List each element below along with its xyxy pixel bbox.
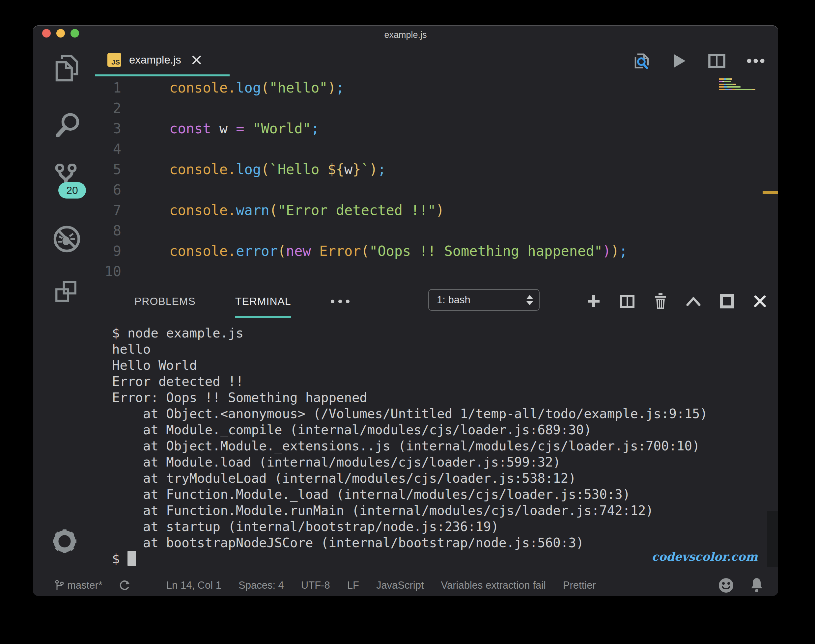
- explorer-icon[interactable]: [53, 53, 81, 82]
- code-line[interactable]: 2: [95, 98, 778, 118]
- terminal-line: at Function.Module._load (internal/modul…: [112, 486, 778, 503]
- terminal-prompt: $: [112, 552, 128, 566]
- extensions-icon[interactable]: [53, 278, 79, 305]
- search-icon[interactable]: [53, 110, 82, 140]
- status-item-ln-14-col-1[interactable]: Ln 14, Col 1: [166, 580, 221, 591]
- feedback-smiley-icon[interactable]: [718, 578, 734, 593]
- line-number: 4: [95, 139, 121, 159]
- code-line[interactable]: 9console.error(new Error("Oops !! Someth…: [95, 241, 778, 261]
- tab-label: example.js: [129, 54, 181, 66]
- code-line[interactable]: 1console.log("hello");: [95, 78, 778, 98]
- line-number: 2: [95, 98, 121, 118]
- git-branch-status[interactable]: master*: [54, 580, 103, 591]
- traffic-lights: [42, 29, 79, 38]
- close-window-button[interactable]: [42, 29, 51, 38]
- zoom-window-button[interactable]: [71, 29, 79, 38]
- terminal-line: $ node example.js: [112, 325, 778, 341]
- line-number: 10: [95, 261, 121, 282]
- settings-gear-icon[interactable]: [53, 529, 77, 553]
- terminal-line: at Module.load (internal/modules/cjs/loa…: [112, 454, 778, 470]
- line-number: 9: [95, 241, 121, 261]
- tab-close-icon[interactable]: [191, 54, 202, 66]
- tab-bar: JS example.js: [95, 45, 778, 77]
- notifications-bell-icon[interactable]: [750, 578, 764, 593]
- source-control-badge: 20: [58, 182, 86, 199]
- status-item-spaces-4[interactable]: Spaces: 4: [238, 580, 284, 591]
- code-line[interactable]: 3const w = "World";: [95, 118, 778, 139]
- terminal-line: Error detected !!: [112, 373, 778, 389]
- minimap-line: [719, 84, 736, 85]
- code-text: const w = "World";: [169, 118, 319, 139]
- terminal-selector-value: 1: bash: [437, 294, 471, 306]
- minimap-line: [719, 89, 755, 90]
- terminal-cursor: [128, 551, 136, 566]
- status-item-javascript[interactable]: JavaScript: [376, 580, 424, 591]
- line-number: 7: [95, 200, 121, 221]
- terminal-line: Hello World: [112, 357, 778, 373]
- panel-tab-terminal[interactable]: TERMINAL: [235, 282, 291, 321]
- more-actions-icon[interactable]: [746, 58, 765, 64]
- terminal-line: at tryModuleLoad (internal/modules/cjs/l…: [112, 470, 778, 486]
- status-item-variables-extraction-fail[interactable]: Variables extraction fail: [441, 580, 546, 591]
- new-terminal-icon[interactable]: [586, 294, 601, 308]
- run-play-icon[interactable]: [671, 53, 687, 69]
- tab-example-js[interactable]: JS example.js: [95, 45, 230, 77]
- minimap[interactable]: [719, 78, 757, 92]
- code-text: console.log(`Hello ${w}`);: [169, 159, 386, 180]
- code-editor[interactable]: 1console.log("hello");23const w = "World…: [95, 77, 778, 282]
- terminal-line: Error: Oops !! Something happened: [112, 389, 778, 406]
- terminal[interactable]: $ node example.jshelloHello WorldError d…: [95, 321, 778, 575]
- minimap-line: [719, 86, 741, 87]
- line-number: 1: [95, 78, 121, 98]
- code-text: console.warn("Error detected !!"): [169, 200, 444, 221]
- minimize-window-button[interactable]: [56, 29, 65, 38]
- code-line[interactable]: 10: [95, 261, 778, 282]
- code-line[interactable]: 8: [95, 221, 778, 241]
- line-number: 6: [95, 180, 121, 200]
- activity-bar: 20: [33, 45, 95, 575]
- minimap-line: [719, 78, 732, 80]
- status-item-lf[interactable]: LF: [347, 580, 359, 591]
- source-control-icon[interactable]: [53, 164, 79, 185]
- sync-icon[interactable]: [118, 579, 131, 592]
- panel-tab-problems[interactable]: PROBLEMS: [134, 282, 196, 321]
- git-branch-label: master*: [67, 580, 103, 591]
- code-line[interactable]: 7console.warn("Error detected !!"): [95, 200, 778, 221]
- terminal-line: at Object.Module._extensions..js (intern…: [112, 438, 778, 454]
- terminal-line: at Function.Module.runMain (internal/mod…: [112, 503, 778, 518]
- select-arrows-icon: [526, 295, 533, 305]
- debug-disabled-icon[interactable]: [53, 225, 81, 253]
- kill-terminal-trash-icon[interactable]: [654, 293, 667, 309]
- watermark: codevscolor.com: [652, 549, 758, 565]
- terminal-line: at Object.<anonymous> (/Volumes/Untitled…: [112, 406, 778, 422]
- javascript-file-icon: JS: [108, 53, 121, 67]
- terminal-scrollbar[interactable]: [767, 511, 778, 567]
- toggle-panel-icon[interactable]: [720, 294, 735, 308]
- code-line[interactable]: 5console.log(`Hello ${w}`);: [95, 159, 778, 180]
- panel-more-icon[interactable]: [331, 300, 349, 303]
- code-text: console.error(new Error("Oops !! Somethi…: [169, 241, 627, 261]
- maximize-panel-chevron-icon[interactable]: [686, 296, 701, 306]
- line-number: 5: [95, 159, 121, 180]
- terminal-selector[interactable]: 1: bash: [428, 289, 540, 311]
- terminal-line: at Module._compile (internal/modules/cjs…: [112, 422, 778, 438]
- status-bar: master* Ln 14, Col 1Spaces: 4UTF-8LFJava…: [33, 575, 778, 596]
- line-number: 3: [95, 118, 121, 139]
- code-line[interactable]: 6: [95, 180, 778, 200]
- line-number: 8: [95, 221, 121, 241]
- close-panel-icon[interactable]: [753, 294, 767, 308]
- titlebar: example.js: [33, 25, 778, 45]
- code-text: console.log("hello");: [169, 78, 344, 98]
- vscode-window: example.js: [33, 25, 778, 596]
- status-item-utf-8[interactable]: UTF-8: [301, 580, 330, 591]
- status-item-prettier[interactable]: Prettier: [563, 580, 596, 591]
- panel-header: PROBLEMSTERMINAL 1: bash: [95, 282, 778, 321]
- open-preview-icon[interactable]: [632, 52, 651, 70]
- split-editor-icon[interactable]: [707, 53, 726, 69]
- split-terminal-icon[interactable]: [619, 294, 635, 308]
- minimap-line: [719, 81, 730, 82]
- overview-ruler-marker: [763, 191, 778, 194]
- terminal-line: hello: [112, 341, 778, 357]
- terminal-line: at startup (internal/bootstrap/node.js:2…: [112, 518, 778, 535]
- code-line[interactable]: 4: [95, 139, 778, 159]
